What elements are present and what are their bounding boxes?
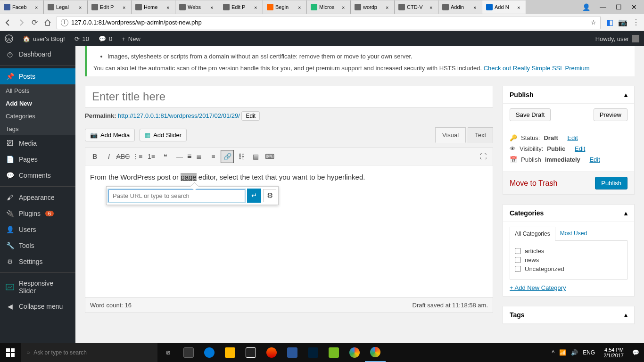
tab-all-categories[interactable]: All Categories [510, 227, 555, 241]
tab-visual[interactable]: Visual [435, 127, 466, 143]
edit-visibility-link[interactable]: Edit [575, 145, 585, 152]
browser-tab[interactable]: Edit P× [88, 0, 132, 14]
strikethrough-button[interactable]: ABC [116, 150, 130, 163]
close-icon[interactable]: × [254, 5, 259, 9]
fullscreen-button[interactable]: ⛶ [477, 150, 490, 163]
sidebar-item-dashboard[interactable]: ◷Dashboard [0, 46, 75, 62]
edit-date-link[interactable]: Edit [589, 156, 600, 163]
link-url-input[interactable] [108, 189, 245, 202]
user-icon[interactable]: 👤 [582, 3, 590, 11]
site-name[interactable]: 🏠user's Blog! [18, 31, 70, 46]
close-icon[interactable]: × [298, 5, 303, 9]
more-button[interactable]: ▤ [249, 150, 262, 163]
browser-tab[interactable]: Micros× [307, 0, 351, 14]
sidebar-item-plugins[interactable]: 🔌Plugins6 [0, 206, 75, 222]
sidebar-item-posts[interactable]: 📌Posts [0, 68, 75, 84]
close-icon[interactable]: × [473, 5, 478, 9]
publish-metabox-title[interactable]: Publish▴ [503, 86, 634, 104]
sidebar-item-responsive-slider[interactable]: Responsive Slider [0, 276, 75, 298]
preview-button[interactable]: Preview [594, 108, 627, 121]
menu-icon[interactable]: ⋮ [632, 18, 640, 27]
url-bar[interactable]: i 127.0.0.1:81/wordpress/wp-admin/post-n… [57, 16, 601, 29]
tab-most-used[interactable]: Most Used [555, 227, 592, 240]
reload-button[interactable]: ⟳ [30, 18, 39, 27]
add-media-button[interactable]: 📷Add Media [85, 129, 135, 141]
extension-icon[interactable]: 📷 [619, 18, 627, 27]
editor-content[interactable]: From the WordPress post or page editor, … [85, 165, 493, 297]
numbered-list-button[interactable]: 1≡ [145, 150, 158, 163]
collapse-menu[interactable]: ◀Collapse menu [0, 298, 75, 314]
tab-text[interactable]: Text [468, 127, 493, 143]
publish-button[interactable]: Publish [595, 177, 627, 189]
unlink-button[interactable]: ⛓ [235, 150, 248, 163]
wp-logo[interactable] [0, 31, 18, 46]
browser-tab[interactable]: CTD-V× [395, 0, 438, 14]
sidebar-item-pages[interactable]: 📄Pages [0, 151, 75, 167]
italic-button[interactable]: I [102, 150, 116, 163]
browser-tab[interactable]: Add N× [482, 0, 526, 14]
ssl-premium-link[interactable]: Check out Really Simple SSL Premium [484, 65, 590, 72]
align-center-button[interactable]: ≣ [192, 150, 206, 163]
browser-tab[interactable]: Begin× [263, 0, 307, 14]
add-new-category-link[interactable]: + Add New Category [510, 284, 566, 291]
sidebar-sub-all-posts[interactable]: All Posts [0, 84, 75, 97]
close-icon[interactable]: × [123, 5, 127, 9]
info-icon[interactable]: i [61, 19, 68, 26]
browser-tab[interactable]: Addin× [438, 0, 482, 14]
close-icon[interactable]: × [210, 5, 215, 9]
sidebar-item-media[interactable]: 🖼Media [0, 135, 75, 151]
save-draft-button[interactable]: Save Draft [510, 108, 551, 121]
sidebar-item-tools[interactable]: 🔧Tools [0, 238, 75, 254]
new-content[interactable]: +New [117, 31, 145, 46]
bold-button[interactable]: B [88, 150, 101, 163]
edit-permalink-button[interactable]: Edit [241, 111, 260, 121]
comments[interactable]: 💬0 [94, 31, 117, 46]
link-button[interactable]: 🔗 [221, 150, 234, 163]
browser-tab[interactable]: Legal× [44, 0, 88, 14]
close-icon[interactable]: × [79, 5, 83, 9]
howdy-user[interactable]: Howdy, user [591, 31, 644, 46]
category-checkbox[interactable]: news [515, 256, 622, 263]
apply-link-button[interactable]: ↵ [247, 189, 261, 203]
tags-metabox-title[interactable]: Tags▴ [503, 306, 634, 324]
align-right-button[interactable]: ≡ [206, 150, 220, 163]
categories-metabox-title[interactable]: Categories▴ [503, 205, 634, 222]
toolbar-toggle-button[interactable]: ⌨ [263, 150, 276, 163]
permalink-link[interactable]: http://127.0.0.1:81/wordpress/2017/02/01… [118, 112, 240, 119]
updates[interactable]: ⟳10 [70, 31, 94, 46]
browser-tab[interactable]: Webs× [175, 0, 219, 14]
add-slider-button[interactable]: ▦Add Slider [140, 129, 187, 141]
extension-icon[interactable]: ◧ [605, 18, 614, 27]
back-button[interactable] [4, 18, 12, 27]
category-checkbox[interactable]: Uncategorized [515, 265, 622, 272]
close-icon[interactable]: × [342, 5, 347, 9]
browser-tab[interactable]: Faceb× [0, 0, 44, 14]
post-title-input[interactable] [85, 86, 493, 107]
minimize-icon[interactable]: — [600, 3, 606, 11]
link-options-button[interactable]: ⚙ [263, 189, 276, 202]
home-button[interactable] [43, 18, 52, 27]
bullet-list-button[interactable]: ⋮≡ [131, 150, 144, 163]
sidebar-sub-categories[interactable]: Categories [0, 110, 75, 123]
browser-tab[interactable]: Edit P× [219, 0, 263, 14]
close-icon[interactable]: × [166, 5, 171, 9]
maximize-icon[interactable]: ☐ [616, 3, 622, 11]
align-left-button[interactable]: ≡ [187, 152, 191, 161]
close-icon[interactable]: × [386, 5, 390, 9]
hr-button[interactable]: — [173, 150, 186, 163]
sidebar-item-appearance[interactable]: 🖌Appearance [0, 189, 75, 206]
browser-tab[interactable]: wordp× [351, 0, 395, 14]
sidebar-sub-tags[interactable]: Tags [0, 123, 75, 135]
close-icon[interactable]: × [35, 5, 40, 9]
close-icon[interactable]: × [517, 5, 522, 9]
sidebar-item-settings[interactable]: ⚙Settings [0, 254, 75, 270]
star-icon[interactable]: ☆ [591, 19, 596, 26]
blockquote-button[interactable]: ❝ [159, 150, 172, 163]
category-checkbox[interactable]: articles [515, 247, 622, 255]
move-to-trash-link[interactable]: Move to Trash [510, 179, 557, 188]
close-icon[interactable]: ✕ [631, 3, 637, 11]
sidebar-item-users[interactable]: 👤Users [0, 222, 75, 238]
sidebar-item-comments[interactable]: 💬Comments [0, 167, 75, 183]
browser-tab[interactable]: Home× [132, 0, 175, 14]
edit-status-link[interactable]: Edit [567, 134, 578, 141]
